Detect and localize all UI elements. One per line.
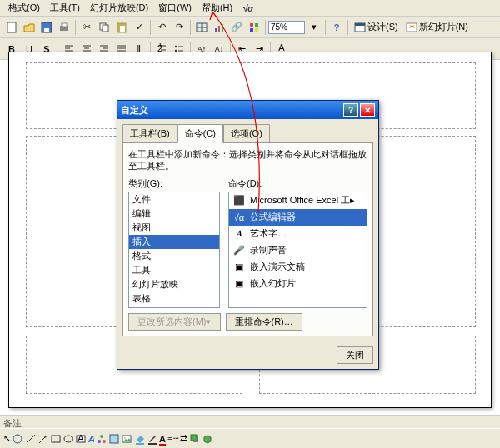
tab-commands[interactable]: 命令(C) xyxy=(178,124,223,143)
category-item[interactable]: 格式 xyxy=(129,249,219,263)
format-painter-icon[interactable]: ✓ xyxy=(131,19,148,36)
diagram-icon[interactable] xyxy=(96,433,108,445)
fill-color-icon[interactable] xyxy=(134,433,146,445)
commands-label: 命令(D): xyxy=(228,177,368,190)
arrow-icon[interactable] xyxy=(38,433,49,445)
menu-format[interactable]: 格式(O) xyxy=(3,0,45,16)
command-label: 公式编辑器 xyxy=(250,211,296,223)
font-color-draw-icon[interactable]: A xyxy=(159,434,166,444)
category-item[interactable]: 幻灯片放映 xyxy=(129,277,219,291)
redo-icon[interactable]: ↷ xyxy=(171,19,188,36)
copy-icon[interactable] xyxy=(96,19,112,36)
autoshapes-icon[interactable] xyxy=(12,433,23,445)
svg-rect-2 xyxy=(44,28,49,32)
command-item[interactable]: 𝑨艺术字… xyxy=(229,226,367,242)
embed-icon: ▣ xyxy=(232,261,246,274)
svg-point-59 xyxy=(124,437,126,439)
toolbar-standard: ✂ ✓ ↶ ↷ 🔗 ▾ ? 设计(S) ✶新幻灯片(N) xyxy=(0,17,500,38)
category-item[interactable]: 表格 xyxy=(129,291,219,306)
zoom-combo[interactable] xyxy=(268,21,305,34)
design-button[interactable]: 设计(S) xyxy=(351,19,402,36)
menu-help[interactable]: 帮助(H) xyxy=(197,0,238,16)
hyperlink-icon[interactable]: 🔗 xyxy=(228,19,245,36)
menu-window[interactable]: 窗口(W) xyxy=(153,0,197,16)
menubar: 格式(O) 工具(T) 幻灯片放映(D) 窗口(W) 帮助(H) √α xyxy=(0,0,500,17)
svg-rect-14 xyxy=(222,24,223,32)
wordart-icon[interactable]: A xyxy=(88,434,95,444)
command-item[interactable]: √α公式编辑器 xyxy=(229,209,367,226)
picture-icon[interactable] xyxy=(121,433,132,445)
print-icon[interactable] xyxy=(56,19,72,36)
categories-listbox[interactable]: 文件编辑视图插入格式工具幻灯片放映表格窗口及帮助绘图自选图形 xyxy=(128,192,220,308)
category-item[interactable]: 文件 xyxy=(129,192,219,207)
help-button[interactable]: ? xyxy=(343,103,358,117)
open-icon[interactable] xyxy=(21,19,38,36)
line-icon[interactable] xyxy=(25,433,37,445)
instruction-text: 在工具栏中添加新命令：选择类别并将命令从此对话框拖放至工具栏。 xyxy=(128,148,368,172)
menu-tools[interactable]: 工具(T) xyxy=(45,0,85,16)
svg-rect-18 xyxy=(255,28,258,32)
command-label: 嵌入演示文稿 xyxy=(250,261,305,273)
save-icon[interactable] xyxy=(38,19,55,36)
dialog-titlebar[interactable]: 自定义 ? ✕ xyxy=(118,101,378,119)
clipart-icon[interactable] xyxy=(108,433,120,445)
svg-text:✶: ✶ xyxy=(408,22,415,32)
select-icon[interactable]: ↖ xyxy=(3,433,11,444)
tab-panel: 在工具栏中添加新命令：选择类别并将命令从此对话框拖放至工具栏。 类别(G): 文… xyxy=(122,142,373,336)
svg-point-55 xyxy=(98,440,101,443)
oval-icon[interactable] xyxy=(62,433,74,445)
undo-icon[interactable]: ↶ xyxy=(153,19,170,36)
dash-style-icon[interactable]: ┄ xyxy=(173,433,179,444)
categories-label: 类别(G): xyxy=(128,177,220,190)
close-button[interactable]: 关闭 xyxy=(337,346,373,364)
shadow-style-icon[interactable] xyxy=(189,433,201,445)
command-item[interactable]: ⬛Microsoft Office Excel 工▸ xyxy=(229,192,367,209)
menu-slideshow[interactable]: 幻灯片放映(D) xyxy=(85,0,153,16)
commands-listbox[interactable]: ⬛Microsoft Office Excel 工▸√α公式编辑器𝑨艺术字…🎤录… xyxy=(228,192,368,308)
tab-toolbars[interactable]: 工具栏(B) xyxy=(122,124,178,143)
category-item[interactable]: 视图 xyxy=(129,221,219,235)
command-item[interactable]: ▣嵌入幻灯片 xyxy=(229,276,367,292)
svg-rect-13 xyxy=(218,26,220,32)
chart-icon[interactable] xyxy=(211,19,228,36)
sound-icon: 🎤 xyxy=(232,244,246,257)
svg-rect-8 xyxy=(120,26,125,32)
new-icon[interactable] xyxy=(3,19,20,36)
category-item[interactable]: 窗口及帮助 xyxy=(129,306,219,308)
svg-text:A: A xyxy=(78,433,84,443)
svg-rect-6 xyxy=(102,25,108,32)
line-style-icon[interactable]: ≡ xyxy=(168,434,172,444)
wordart-icon: 𝑨 xyxy=(232,227,246,241)
toolbar-drawing: ↖ A A A ≡ ┄ ⇄ xyxy=(0,428,500,448)
rectangle-icon[interactable] xyxy=(50,433,62,445)
category-item[interactable]: 插入 xyxy=(129,235,219,249)
category-item[interactable]: 编辑 xyxy=(129,207,219,221)
category-item[interactable]: 工具 xyxy=(129,263,219,277)
table-icon[interactable] xyxy=(193,19,210,36)
rearrange-commands-button[interactable]: 重排命令(R)… xyxy=(226,313,302,331)
cut-icon[interactable]: ✂ xyxy=(78,19,95,36)
color-icon[interactable] xyxy=(246,19,262,36)
zoom-dropdown-icon[interactable]: ▾ xyxy=(306,19,322,36)
textbox-icon[interactable]: A xyxy=(75,433,87,445)
svg-rect-20 xyxy=(355,23,365,26)
paste-icon[interactable] xyxy=(113,19,130,36)
3d-style-icon[interactable] xyxy=(202,433,213,445)
svg-rect-63 xyxy=(191,435,197,441)
close-icon[interactable]: ✕ xyxy=(360,103,375,117)
equation-toolbar-icon[interactable]: √α xyxy=(238,2,258,15)
svg-rect-0 xyxy=(8,22,16,32)
excel-icon: ⬛ xyxy=(232,194,246,207)
modify-selection-button[interactable]: 更改所选内容(M)▾ xyxy=(128,313,221,331)
command-item[interactable]: 🎤录制声音 xyxy=(229,242,367,259)
tab-options[interactable]: 选项(O) xyxy=(223,124,270,143)
svg-rect-16 xyxy=(255,23,258,27)
command-item[interactable]: ▣嵌入演示文稿 xyxy=(229,259,367,276)
arrow-style-icon[interactable]: ⇄ xyxy=(180,433,188,444)
svg-rect-17 xyxy=(250,28,253,32)
new-slide-button[interactable]: ✶新幻灯片(N) xyxy=(402,19,472,36)
help-icon[interactable]: ? xyxy=(328,19,345,36)
line-color-icon[interactable] xyxy=(147,433,158,445)
svg-rect-4 xyxy=(62,23,67,27)
svg-point-54 xyxy=(100,435,103,438)
